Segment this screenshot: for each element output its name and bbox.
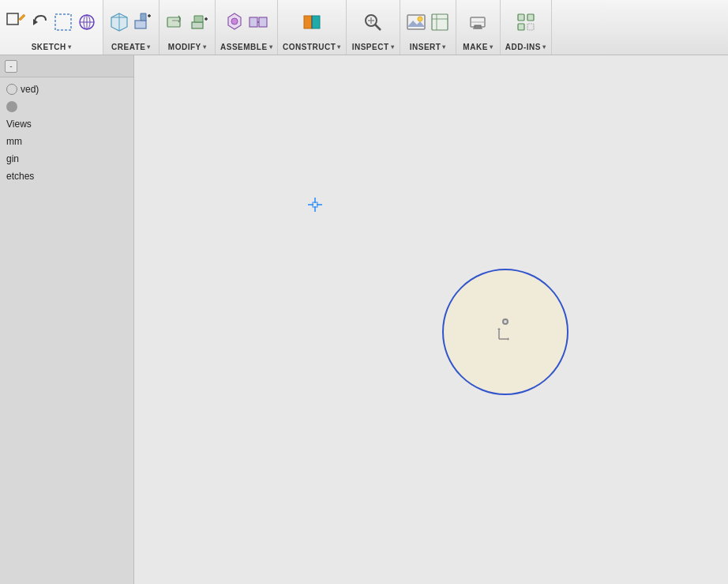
panel-item-views[interactable]: Views — [0, 115, 133, 133]
panel-item-origin[interactable]: gin — [0, 150, 133, 168]
svg-line-31 — [375, 24, 381, 30]
toolbar-group-addins[interactable]: ADD-INS ▾ — [501, 0, 552, 55]
toolbar-group-construct[interactable]: CONSTRUCT ▾ — [278, 0, 347, 55]
construct-chevron: ▾ — [337, 43, 341, 51]
svg-marker-56 — [508, 337, 509, 341]
toolbar-group-sketch[interactable]: SKETCH ▾ — [0, 0, 103, 55]
rect-outline-icon — [52, 11, 74, 33]
svg-rect-28 — [312, 16, 320, 28]
svg-rect-12 — [135, 21, 146, 28]
addins-icons — [515, 3, 537, 41]
svg-rect-46 — [518, 24, 524, 30]
toolbar-group-inspect[interactable]: INSPECT ▾ — [347, 0, 400, 55]
modify-label-row: MODIFY ▾ — [168, 43, 206, 51]
inspect-icon — [362, 11, 384, 33]
panel-sketches-label: etches — [6, 171, 34, 182]
push-pull-icon — [132, 11, 154, 33]
svg-rect-18 — [192, 22, 203, 28]
sketch-chevron: ▾ — [68, 43, 72, 51]
panel-mm-label: mm — [6, 136, 22, 147]
globe-icon — [76, 11, 98, 33]
make-label-row: MAKE ▾ — [463, 43, 493, 51]
move-cursor-icon — [497, 328, 514, 345]
insert-label: INSERT — [410, 43, 441, 51]
modify-icons — [164, 3, 210, 41]
toolbar-group-make[interactable]: MAKE ▾ — [456, 0, 501, 55]
assemble-label: ASSEMBLE — [220, 43, 268, 51]
insert-icons — [405, 3, 451, 41]
addins-icon — [515, 11, 537, 33]
assemble-icons — [223, 3, 269, 41]
circle-sketch — [442, 269, 569, 395]
canvas[interactable] — [134, 55, 728, 584]
joint-icon — [247, 11, 269, 33]
svg-point-36 — [418, 17, 422, 21]
svg-rect-25 — [259, 17, 267, 27]
svg-rect-37 — [432, 14, 448, 30]
panel-item-circle[interactable] — [0, 98, 133, 115]
main-area: - ved) Views mm gin — [0, 55, 728, 584]
modify-icon — [164, 11, 186, 33]
panel-items: ved) Views mm gin etches — [0, 77, 133, 188]
modify-chevron: ▾ — [203, 43, 207, 51]
panel-views-label: Views — [6, 119, 32, 130]
panel-saved-label: ved) — [21, 84, 39, 95]
sketch-label-row: SKETCH ▾ — [32, 43, 72, 51]
construct-label-row: CONSTRUCT ▾ — [283, 43, 341, 51]
undo-icon — [28, 11, 51, 33]
construct-icons — [301, 3, 323, 41]
collapse-symbol: - — [9, 62, 12, 70]
toolbar-group-insert[interactable]: INSERT ▾ — [400, 0, 456, 55]
addins-label: ADD-INS — [505, 43, 541, 51]
svg-marker-13 — [141, 13, 146, 21]
svg-rect-16 — [167, 17, 180, 27]
assemble-icon — [223, 11, 246, 33]
svg-rect-45 — [527, 14, 534, 21]
panel-collapse-button[interactable]: - — [5, 60, 17, 73]
sketch-square-icon — [5, 11, 27, 33]
canvas-icon — [429, 11, 451, 33]
svg-rect-24 — [250, 17, 257, 27]
inspect-icons — [362, 3, 384, 41]
svg-marker-55 — [497, 328, 501, 330]
make-chevron: ▾ — [490, 43, 493, 51]
panel-item-mm[interactable]: mm — [0, 133, 133, 150]
sketch-icons — [5, 3, 98, 41]
inspect-chevron: ▾ — [391, 43, 395, 51]
construct-label: CONSTRUCT — [283, 43, 336, 51]
inspect-label: INSPECT — [352, 43, 389, 51]
svg-rect-34 — [407, 15, 425, 29]
make-icon — [467, 11, 489, 33]
addins-chevron: ▾ — [542, 43, 546, 51]
svg-marker-1 — [19, 14, 25, 21]
addins-label-row: ADD-INS ▾ — [505, 43, 546, 51]
svg-rect-47 — [527, 24, 534, 30]
toolbar-group-assemble[interactable]: ASSEMBLE ▾ — [216, 0, 278, 55]
make-label: MAKE — [463, 43, 487, 51]
panel-item-sketches[interactable]: etches — [0, 168, 133, 185]
sketch-label: SKETCH — [32, 43, 66, 51]
insert-icon — [405, 11, 427, 33]
toolbar-group-create[interactable]: CREATE ▾ — [103, 0, 159, 55]
insert-chevron: ▾ — [442, 43, 446, 51]
create-label-row: CREATE ▾ — [111, 43, 151, 51]
svg-rect-44 — [518, 14, 524, 21]
panel-item-saved[interactable]: ved) — [0, 81, 133, 98]
press-pull-icon — [188, 11, 210, 33]
svg-rect-0 — [7, 13, 18, 24]
construct-icon — [301, 11, 323, 33]
panel-origin-label: gin — [6, 153, 19, 164]
modify-label: MODIFY — [168, 43, 201, 51]
toolbar: SKETCH ▾ CREATE — [0, 0, 728, 55]
create-label: CREATE — [111, 43, 145, 51]
box-3d-icon — [108, 11, 130, 33]
left-panel: - ved) Views mm gin — [0, 55, 134, 584]
make-icons — [467, 3, 489, 41]
create-chevron: ▾ — [147, 43, 151, 51]
toolbar-group-modify[interactable]: MODIFY ▾ — [159, 0, 216, 55]
svg-rect-27 — [304, 16, 312, 28]
assemble-label-row: ASSEMBLE ▾ — [220, 43, 272, 51]
create-icons — [108, 3, 154, 41]
panel-header: - — [0, 55, 133, 77]
svg-marker-19 — [194, 16, 203, 22]
